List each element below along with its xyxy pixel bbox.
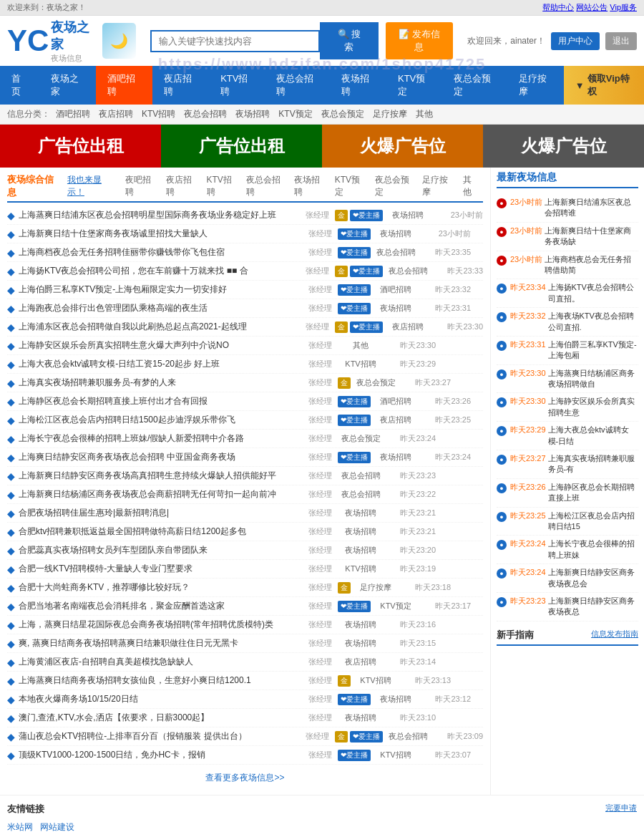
dot-icon: ◆ xyxy=(7,415,15,426)
news-link[interactable]: 上海新爽日结十住堡家商务夜场诚里招找大量缺人 xyxy=(19,228,208,238)
newbie-guide-link[interactable]: 信息发布指南 xyxy=(591,629,638,642)
tab-jiuba[interactable]: 夜吧招聘 xyxy=(119,171,160,201)
news-link[interactable]: 上海扬KTV夜总会招聘公司招，您在车前赚十万就来找 ■■ 合 xyxy=(19,266,248,276)
news-title: 上海黄浦区夜店-自招聘自真美超模找急缺缺人 xyxy=(19,656,305,668)
news-link[interactable]: 合肥十大尚蛀商务KTV，推荐哪修比较好玩？ xyxy=(19,582,190,592)
nav-jiuba[interactable]: 酒吧招聘 xyxy=(96,66,152,105)
news-link[interactable]: 上海大夜总会ktv诚聘女模-日结工资15-20起步 好上班 xyxy=(19,359,220,369)
news-link[interactable]: 上海松江区夜总会店内招聘日结1500起步迪浮娱乐带你飞 xyxy=(19,415,235,425)
news-link[interactable]: 上海黄浦区夜店-自招聘自真美超模找急缺缺人 xyxy=(19,657,193,667)
cat-ktv-yuding[interactable]: KTV预定 xyxy=(278,108,312,120)
tag-ai: ❤爱主播 xyxy=(338,303,371,314)
tab-zuliao[interactable]: 足疗按摩 xyxy=(416,171,457,201)
news-link[interactable]: 顶级KTV1000-1200-1500日结，免办HC卡，报销 xyxy=(19,750,205,760)
news-link[interactable]: 合肥蕊真实夜场招聘女员列车型团队亲自带团队来 xyxy=(19,545,208,555)
apply-link[interactable]: 完要申请 xyxy=(605,803,637,816)
dot-icon: ◆ xyxy=(7,508,15,519)
news-title: 上海大夜总会ktv诚聘女模-日结工资15-20起步 好上班 xyxy=(19,358,305,370)
sidebar-news-time: 昨天23:32 xyxy=(510,311,546,321)
news-link[interactable]: 本地夜火爆商务场10/15/20日结 xyxy=(19,694,138,704)
search-input[interactable] xyxy=(150,30,320,52)
cat-yezonghui-yuding[interactable]: 夜总会预定 xyxy=(321,108,364,120)
news-link[interactable]: 上海伯爵三私享KTV预定-上海包厢限定实力一切安排好 xyxy=(19,284,227,294)
news-category: 夜总会招聘 xyxy=(383,731,433,742)
nav-home[interactable]: 首页 xyxy=(0,66,39,105)
news-link[interactable]: 上海静安区娱乐会所真实招聘生意火爆大声列中介说NO xyxy=(19,340,229,350)
news-link[interactable]: 上海新爽日结静安区商务夜场高真招聘生意持续火爆缺人招供能好平 xyxy=(19,470,276,480)
news-link[interactable]: 上海跑夜总会排行出色管理团队乘格高端的夜生活 xyxy=(19,303,208,313)
cat-ktv[interactable]: KTV招聘 xyxy=(142,108,175,120)
news-time: 昨天23:33 xyxy=(433,266,483,276)
post-button[interactable]: 📝 发布信息 xyxy=(386,22,454,59)
cat-zuliao[interactable]: 足疗按摩 xyxy=(373,108,407,120)
nav-zuliao[interactable]: 足疗按摩 xyxy=(507,66,564,105)
friend-link-1[interactable]: 米站网 xyxy=(7,821,33,832)
news-time: 昨天23:23 xyxy=(386,470,436,481)
tab-yedian[interactable]: 夜店招聘 xyxy=(160,171,201,201)
tab-yezonghui[interactable]: 夜总会招聘 xyxy=(240,171,288,201)
banner-4[interactable]: 火爆广告位 xyxy=(483,125,644,168)
news-time: 昨天23:22 xyxy=(386,489,436,500)
tab-other[interactable]: 其他 xyxy=(457,171,483,201)
news-link[interactable]: 上海长宁夜总会很棒的招聘上班妹/假缺人新爱招聘中介各路 xyxy=(19,433,244,443)
nav-yechang-zhaopin[interactable]: 夜场招聘 xyxy=(330,66,386,105)
tag-jin: 金 xyxy=(335,210,348,221)
header: YC 夜场之家 夜场信息 🌙 🔍 搜索 📝 发布信息 欢迎回来，ainater！… xyxy=(0,16,644,66)
news-link[interactable]: 合肥当地著名南端夜总会消耗排名，聚金应酬首选这家 xyxy=(19,601,225,611)
news-link[interactable]: 蒲山夜总会KTV招聘位-上排率百分百（报销服装 提供出台） xyxy=(19,731,247,741)
nav-yezonghui-yuding[interactable]: 夜总会预定 xyxy=(442,66,507,105)
banner-1[interactable]: 广告位出租 xyxy=(0,125,161,168)
news-link[interactable]: 上海商档夜总会无任务招聘佳丽带你赚钱带你飞包住宿 xyxy=(19,247,225,257)
news-link[interactable]: 合肥ktv招聘兼职抵返益最全国招聘做特高薪日结1200起多包 xyxy=(19,526,246,536)
news-link[interactable]: 合肥一线KTV招聘模特-大量缺人专业门墅要求 xyxy=(19,563,192,574)
cat-yechang[interactable]: 夜场招聘 xyxy=(235,108,270,120)
nav-yezonghui-zhaopin[interactable]: 夜总会招聘 xyxy=(265,66,330,105)
tab-yechang[interactable]: 夜场招聘 xyxy=(288,171,329,201)
logout-button[interactable]: 退出 xyxy=(605,32,637,50)
news-link[interactable]: 上海静区夜总会长期招聘直接上班付出才合有回报 xyxy=(19,396,208,406)
nav-ktv[interactable]: KTV招聘 xyxy=(209,66,265,105)
nav-yechang[interactable]: 夜场之家 xyxy=(39,66,96,105)
tab-ktv[interactable]: KTV招聘 xyxy=(201,171,241,201)
help-link[interactable]: 帮助中心 xyxy=(542,3,574,11)
top-bar-left: 欢迎来到：夜场之家！ xyxy=(7,2,86,13)
news-link[interactable]: 爽, 蒸爽日结商务夜场招聘蒸爽日结兼职做往住日元无黑卡 xyxy=(19,638,238,648)
search-button[interactable]: 🔍 搜索 xyxy=(320,22,378,59)
vip-service-link[interactable]: Vip服务 xyxy=(610,3,637,11)
cat-yezonghui[interactable]: 夜总会招聘 xyxy=(184,108,227,120)
announcement-link[interactable]: 网站公告 xyxy=(576,3,608,11)
news-link[interactable]: 上海蒸爽日结浦东区夜总会招聘明星型国际商务夜场业务稳定好上班 xyxy=(19,210,276,220)
nav-ktv-yuding[interactable]: KTV预定 xyxy=(386,66,442,105)
sidebar: 最新夜场信息 ● 23小时前 上海新爽日结浦东区夜总会招聘谁 ● 23小时前 上… xyxy=(490,168,644,795)
news-link[interactable]: 上海蒸爽日结商务夜场招聘女孩仙良，生意好小爽日结1200.1 xyxy=(19,675,251,685)
sidebar-news-text: 上海新爽日结十住堡家商务夜场缺 xyxy=(545,226,638,248)
news-author: 张经理 xyxy=(306,321,329,332)
sidebar-news-icon: ● xyxy=(497,512,507,522)
more-link-a[interactable]: 查看更多夜场信息>> xyxy=(205,773,284,783)
main-content: 夜场综合信息 我也来显示！ 夜吧招聘 夜店招聘 KTV招聘 夜总会招聘 夜场招聘… xyxy=(0,168,490,795)
news-title: 本地夜火爆商务场10/15/20日结 xyxy=(19,693,305,705)
cat-yedian[interactable]: 夜店招聘 xyxy=(99,108,133,120)
show-all-link[interactable]: 我也来显示！ xyxy=(67,174,113,198)
user-center-button[interactable]: 用户中心 xyxy=(551,32,600,50)
nav-vip[interactable]: ▼ 领取Vip特权 xyxy=(564,66,644,105)
friend-link-2[interactable]: 网站建设 xyxy=(40,821,74,832)
news-link[interactable]: 上海真实夜场招聘兼职服务员-有梦的人来 xyxy=(19,377,176,387)
news-link[interactable]: 上海浦东区夜总会招聘做自我以此刷热总起点高2021-起线理 xyxy=(19,321,247,332)
news-link[interactable]: 上海新爽日结杨浦区商务夜场夜总会商薪招聘无任何苛扣一起向前冲 xyxy=(19,489,276,499)
news-link[interactable]: 合肥夜场招聘佳届生惠玲|最新招聘消息| xyxy=(19,508,169,518)
tag-ai: ❤爱主播 xyxy=(338,228,371,240)
news-link[interactable]: 上海爽日结静安区商务夜场夜总会招聘 中亚国金商务夜场 xyxy=(19,452,235,462)
banner-3[interactable]: 火爆广告位 xyxy=(322,125,483,168)
tab-ktv-yuding[interactable]: KTV预定 xyxy=(329,171,369,201)
category-label: 信息分类： xyxy=(7,108,50,120)
cat-jiuba[interactable]: 酒吧招聘 xyxy=(56,108,90,120)
tab-yezonghui-yuding[interactable]: 夜总会预定 xyxy=(369,171,417,201)
sidebar-news-item: ● 昨天23:27 上海真实夜场招聘兼职服务员-有 xyxy=(497,450,638,479)
news-link[interactable]: 澳门,查渣,KTV,水会,洒店【依要求，日薪3000起】 xyxy=(19,712,209,722)
sidebar-news-list: ● 23小时前 上海新爽日结浦东区夜总会招聘谁 ● 23小时前 上海新爽日结十住… xyxy=(497,194,638,621)
nav-yedian[interactable]: 夜店招聘 xyxy=(152,66,209,105)
banner-2[interactable]: 广告位出租 xyxy=(161,125,322,168)
cat-other[interactable]: 其他 xyxy=(416,108,433,120)
news-link[interactable]: 上海，蒸爽日结星花国际夜总会商务夜场招聘(常年招聘优质模特)类 xyxy=(19,619,273,629)
